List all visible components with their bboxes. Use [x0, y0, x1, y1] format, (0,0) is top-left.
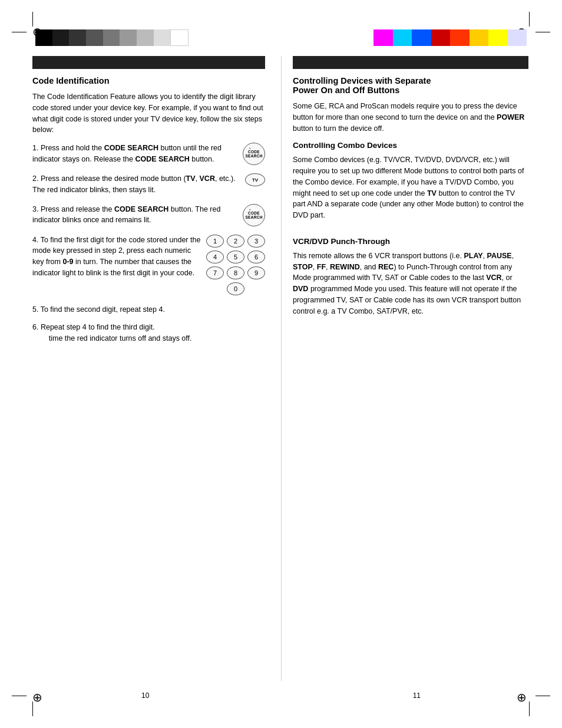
- keypad-row-2: 4 5 6: [206, 251, 265, 263]
- step-2-number: 2.: [32, 174, 41, 183]
- keypad-grid: 1 2 3 4 5 6 7 8 9 0: [206, 235, 265, 295]
- play-bold: PLAY: [464, 252, 482, 260]
- left-section-header-bar: [32, 56, 265, 69]
- step-3-code-search: CODE SEARCH: [114, 205, 168, 213]
- code-search-icon-2: · CODE SEARCH: [243, 204, 265, 226]
- trim-mark: [529, 701, 530, 716]
- ff-bold: FF: [317, 263, 326, 271]
- tv-button-icon: TV: [245, 173, 265, 186]
- keypad-row-1: 1 2 3: [206, 235, 265, 248]
- key-2: 2: [227, 235, 244, 248]
- key-1: 1: [206, 235, 224, 248]
- trim-mark: [535, 32, 550, 32]
- step-1-text: 1. Press and hold the CODE SEARCH button…: [32, 143, 238, 165]
- dvd-bold: DVD: [293, 285, 308, 293]
- step-3-text: 3. Press and release the CODE SEARCH but…: [32, 204, 238, 226]
- step-2-label2: ,: [196, 174, 200, 183]
- color-bar-right: [373, 29, 527, 46]
- step-4-0-9: 0-9: [62, 258, 73, 266]
- tv-label: TV: [252, 177, 258, 183]
- key-0: 0: [227, 282, 244, 295]
- step-4-number: 4.: [32, 236, 41, 244]
- left-section-title: Code Identification: [32, 76, 265, 85]
- trim-mark: [535, 696, 550, 696]
- page-container: Code Identification The Code Identificat…: [0, 0, 562, 728]
- step-3-row: 3. Press and release the CODE SEARCH but…: [32, 204, 265, 226]
- keypad-row-4: 0: [206, 282, 265, 295]
- key-4: 4: [206, 251, 224, 263]
- step-6-text: 6. Repeat step 4 to find the third digit…: [32, 322, 265, 344]
- right-page: Controlling Devices with SeparatePower O…: [293, 56, 528, 324]
- vcr-bold: VCR: [486, 274, 501, 282]
- right-section2-title: Controlling Combo Devices: [293, 141, 528, 150]
- keypad-row-3: 7 8 9: [206, 266, 265, 279]
- step-1-number: 1.: [32, 144, 41, 152]
- key-8: 8: [227, 266, 244, 279]
- step-1-code-search-label: CODE SEARCH: [104, 144, 158, 152]
- step-1-label: Press and hold the: [41, 144, 104, 152]
- page-number-left: 10: [141, 691, 149, 700]
- step-2-tv-label: TV: [186, 174, 196, 183]
- power-bold: POWER: [497, 113, 524, 121]
- step-1-row: 1. Press and hold the CODE SEARCH button…: [32, 143, 265, 165]
- step-3-label: Press and release the: [41, 205, 114, 213]
- registration-mark-bottom-right: [517, 690, 530, 703]
- right-section1-title: Controlling Devices with SeparatePower O…: [293, 76, 528, 95]
- step-3-number: 3.: [32, 205, 41, 213]
- step-5-text: 5. To find the second digit, repeat step…: [32, 304, 265, 315]
- key-9: 9: [247, 266, 265, 279]
- step-3-icon: · CODE SEARCH: [243, 204, 265, 226]
- right-section1-text: Some GE, RCA and ProScan models require …: [293, 101, 528, 134]
- step-1-code-search-label2: CODE SEARCH: [135, 155, 189, 163]
- left-page: Code Identification The Code Identificat…: [32, 56, 265, 351]
- rewind-bold: REWIND: [330, 263, 360, 271]
- stop-bold: STOP: [293, 263, 313, 271]
- right-section-header-bar: [293, 56, 528, 69]
- step-2-vcr-label: VCR: [200, 174, 215, 183]
- step-1-icon: · CODE SEARCH: [243, 143, 265, 165]
- key-5: 5: [227, 251, 244, 263]
- tv-bold: TV: [427, 189, 437, 197]
- page-divider: [281, 56, 282, 681]
- code-search-icon-1: · CODE SEARCH: [243, 143, 265, 165]
- left-intro-text: The Code Identification Feature allows y…: [32, 91, 265, 136]
- key-6: 6: [247, 251, 265, 263]
- trim-mark: [12, 696, 27, 696]
- code-search-dot: ·: [249, 146, 251, 151]
- key-3: 3: [247, 235, 265, 248]
- right-section3-text: This remote allows the 6 VCR transport b…: [293, 251, 528, 317]
- step-2-label: Press and release the desired mode butto…: [41, 174, 186, 183]
- trim-mark: [12, 32, 27, 32]
- pause-bold: PAUSE: [487, 252, 512, 260]
- step-2-icon: TV: [245, 173, 265, 186]
- step-2-text: 2. Press and release the desired mode bu…: [32, 173, 240, 196]
- step-4-text: 4. To find the first digit for the code …: [32, 235, 201, 295]
- color-bar-left: [35, 29, 189, 46]
- key-7: 7: [206, 266, 224, 279]
- right-section3-title: VCR/DVD Punch-Through: [293, 237, 528, 246]
- code-search-dot-2: ·: [249, 207, 251, 213]
- page-number-right: 11: [413, 691, 421, 700]
- right-section2-text: Some Combo devices (e.g. TV/VCR, TV/DVD,…: [293, 154, 528, 221]
- step-2-row: 2. Press and release the desired mode bu…: [32, 173, 265, 196]
- rec-bold: REC: [378, 263, 394, 271]
- registration-mark-bottom-left: [32, 690, 45, 703]
- step-4-row: 4. To find the first digit for the code …: [32, 235, 265, 295]
- step-1-label3: button.: [190, 155, 214, 163]
